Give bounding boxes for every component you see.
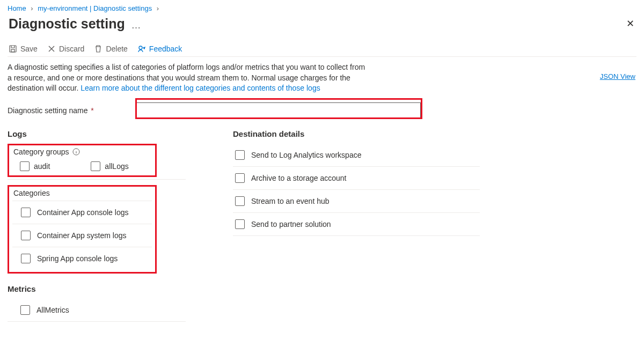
category-checkbox-0[interactable] [21, 208, 31, 217]
dest-label-2: Stream to an event hub [251, 197, 330, 205]
delete-button[interactable]: Delete [94, 45, 127, 53]
svg-rect-1 [11, 49, 14, 52]
audit-label: audit [34, 162, 50, 171]
audit-checkbox[interactable] [20, 161, 30, 171]
breadcrumb-home[interactable]: Home [8, 4, 26, 12]
category-groups-label: Category groups [12, 145, 152, 159]
allmetrics-label: AllMetrics [36, 306, 69, 314]
feedback-label: Feedback [149, 45, 182, 53]
save-button[interactable]: Save [9, 45, 38, 53]
discard-label: Discard [59, 45, 84, 53]
alllogs-label: allLogs [105, 162, 128, 171]
chevron-right-icon: › [31, 4, 33, 12]
chevron-right-icon: › [157, 4, 159, 12]
delete-label: Delete [106, 45, 127, 53]
checkbox-audit[interactable]: audit [20, 161, 50, 171]
dest-checkbox-0[interactable] [235, 150, 245, 160]
more-menu-button[interactable]: … [131, 20, 141, 31]
category-label-2: Spring App console logs [37, 254, 118, 263]
required-asterisk: * [91, 106, 93, 115]
dest-checkbox-2[interactable] [235, 196, 245, 206]
json-view-link[interactable]: JSON View [600, 72, 635, 80]
save-icon [9, 45, 17, 53]
category-checkbox-2[interactable] [21, 254, 31, 263]
category-label-1: Container App system logs [37, 231, 127, 240]
category-row[interactable]: Container App console logs [12, 201, 152, 224]
divider [8, 179, 186, 180]
dest-label-1: Archive to a storage account [251, 174, 346, 182]
info-icon[interactable] [72, 148, 80, 156]
dest-label-0: Send to Log Analytics workspace [251, 151, 361, 159]
category-label-0: Container App console logs [37, 208, 128, 217]
allmetrics-checkbox[interactable] [20, 305, 30, 315]
category-row[interactable]: Spring App console logs [12, 247, 152, 270]
description-text: A diagnostic setting specifies a list of… [8, 62, 367, 94]
category-groups-highlight: Category groups audit allLogs [8, 144, 157, 177]
x-icon [47, 45, 56, 53]
destination-row[interactable]: Send to Log Analytics workspace [233, 144, 480, 167]
feedback-icon [137, 45, 146, 53]
page-title: Diagnostic setting [9, 16, 125, 32]
dest-label-3: Send to partner solution [251, 220, 331, 228]
command-bar: Save Discard Delete Feedback [8, 41, 636, 57]
category-groups-text: Category groups [13, 148, 69, 156]
destination-row[interactable]: Stream to an event hub [233, 190, 480, 213]
category-checkbox-1[interactable] [21, 231, 31, 240]
categories-label: Categories [12, 187, 152, 201]
destination-heading: Destination details [233, 129, 636, 138]
learn-more-link[interactable]: Learn more about the different log categ… [80, 84, 320, 92]
categories-highlight: Categories Container App console logs Co… [8, 185, 157, 274]
metrics-row[interactable]: AllMetrics [8, 299, 186, 322]
breadcrumb-env[interactable]: my-environment | Diagnostic settings [38, 4, 152, 12]
save-label: Save [20, 45, 38, 53]
dest-checkbox-3[interactable] [235, 219, 245, 229]
name-field-label: Diagnostic setting name * [8, 106, 135, 115]
trash-icon [94, 45, 103, 53]
close-icon[interactable]: ✕ [624, 16, 636, 32]
diagnostic-setting-name-input[interactable] [135, 102, 421, 119]
checkbox-alllogs[interactable]: allLogs [91, 161, 128, 171]
feedback-button[interactable]: Feedback [137, 45, 182, 53]
svg-rect-0 [10, 46, 16, 52]
breadcrumb: Home › my-environment | Diagnostic setti… [8, 4, 636, 12]
dest-checkbox-1[interactable] [235, 173, 245, 183]
category-row[interactable]: Container App system logs [12, 224, 152, 247]
destination-row[interactable]: Send to partner solution [233, 213, 480, 236]
logs-heading: Logs [8, 129, 211, 138]
metrics-heading: Metrics [8, 284, 186, 293]
svg-point-2 [139, 46, 142, 49]
discard-button[interactable]: Discard [47, 45, 84, 53]
alllogs-checkbox[interactable] [91, 161, 100, 171]
name-label-text: Diagnostic setting name [8, 106, 87, 115]
destination-row[interactable]: Archive to a storage account [233, 167, 480, 190]
